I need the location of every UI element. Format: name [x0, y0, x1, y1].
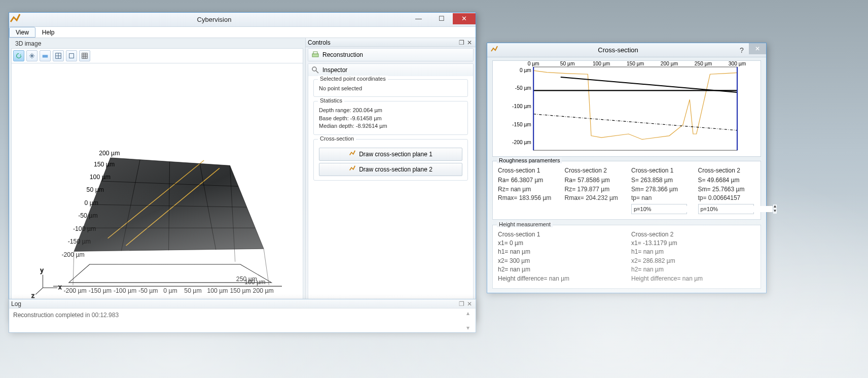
- chart-icon: [487, 45, 501, 55]
- svg-text:150 µm: 150 µm: [230, 287, 251, 294]
- log-close-button[interactable]: ✕: [465, 300, 474, 307]
- acc-inspector: Inspector Selected point coordinates No …: [308, 63, 474, 304]
- log-float-button[interactable]: ❐: [457, 300, 465, 307]
- svg-text:150 µm: 150 µm: [94, 161, 115, 168]
- svg-text:50 µm: 50 µm: [184, 287, 201, 294]
- help-button[interactable]: ?: [735, 45, 749, 55]
- log-body[interactable]: Reconstruction completed in 00:12.983 ▴▾: [9, 308, 476, 332]
- p-input-2[interactable]: [699, 206, 773, 212]
- group-cross-section: Cross-section Draw cross-section plane 1: [313, 139, 468, 181]
- log-title: Log: [11, 300, 21, 307]
- svg-text:-50 µm: -50 µm: [78, 212, 97, 219]
- svg-text:-100 µm: -100 µm: [512, 104, 531, 109]
- log-dock-header[interactable]: Log ❐ ✕: [9, 299, 476, 308]
- cs-window-title: Cross-section: [501, 46, 735, 54]
- svg-text:100 µm: 100 µm: [244, 279, 265, 286]
- svg-text:200 µm: 200 µm: [253, 287, 274, 294]
- draw-plane-1-button[interactable]: Draw cross-section plane 1: [319, 148, 462, 161]
- reconstruction-icon: [311, 51, 319, 59]
- svg-rect-48: [312, 54, 318, 57]
- svg-text:-200 µm: -200 µm: [64, 287, 87, 294]
- menubar: View Help: [9, 27, 476, 38]
- svg-rect-54: [533, 67, 737, 150]
- svg-text:50 µm: 50 µm: [87, 186, 104, 193]
- acc-inspector-label: Inspector: [322, 66, 347, 74]
- selected-point-value: No point selected: [319, 85, 462, 92]
- svg-rect-0: [43, 55, 48, 57]
- svg-text:x: x: [58, 284, 62, 291]
- svg-text:300 µm: 300 µm: [729, 61, 746, 66]
- menu-help[interactable]: Help: [35, 27, 61, 38]
- menu-view[interactable]: View: [9, 27, 35, 38]
- log-dock: Log ❐ ✕ Reconstruction completed in 00:1…: [9, 299, 476, 333]
- bounds-tool[interactable]: [66, 50, 77, 61]
- svg-line-26: [35, 288, 43, 294]
- window-title: Cybervision: [21, 16, 407, 23]
- dock-close-button[interactable]: ✕: [465, 39, 474, 46]
- svg-text:-200 µm: -200 µm: [512, 140, 531, 145]
- pan-tool[interactable]: [26, 50, 38, 61]
- cross-section-window: Cross-section ? ✕ 0 µm50 µm100 µm150 µm2…: [487, 43, 767, 293]
- draw-plane-2-button[interactable]: Draw cross-section plane 2: [319, 163, 462, 176]
- svg-text:100 µm: 100 µm: [90, 174, 111, 181]
- svg-text:0 µm: 0 µm: [528, 61, 539, 66]
- minimize-button[interactable]: —: [407, 13, 430, 24]
- height-measurement: Height measurement Cross-section 1 x1= 0…: [492, 225, 761, 289]
- log-scrollbar[interactable]: ▴▾: [466, 310, 474, 331]
- svg-text:-100 µm: -100 µm: [114, 287, 136, 294]
- surface-tool[interactable]: [40, 50, 51, 61]
- svg-text:-150 µm: -150 µm: [68, 238, 91, 245]
- svg-point-50: [312, 67, 316, 71]
- toolbar-3d: [11, 48, 303, 63]
- p-input-1[interactable]: [632, 206, 706, 212]
- svg-text:-150 µm: -150 µm: [89, 287, 112, 294]
- spin-down-icon[interactable]: ▼: [773, 209, 777, 214]
- p-spinner-1[interactable]: ▲▼: [631, 204, 687, 214]
- controls-dock-title: Controls: [308, 39, 331, 46]
- svg-text:200 µm: 200 µm: [661, 61, 678, 66]
- svg-line-51: [316, 71, 318, 73]
- group-selected-point: Selected point coordinates No point sele…: [313, 79, 468, 97]
- svg-text:0 µm: 0 µm: [520, 67, 531, 73]
- view-3d[interactable]: y x z 200 µm 150 µm 100 µm 50 µm 0 µm -5…: [11, 63, 303, 320]
- dock-float-button[interactable]: ❐: [457, 39, 465, 46]
- wireframe-tool[interactable]: [53, 50, 64, 61]
- p-spinner-2[interactable]: ▲▼: [698, 204, 754, 214]
- svg-text:50 µm: 50 µm: [560, 61, 575, 66]
- svg-text:-100 µm: -100 µm: [73, 225, 96, 232]
- svg-text:-200 µm: -200 µm: [61, 251, 84, 258]
- close-button[interactable]: ✕: [453, 13, 476, 24]
- svg-text:150 µm: 150 µm: [627, 61, 644, 66]
- cs-close-button[interactable]: ✕: [749, 43, 766, 54]
- group-statistics: Statistics Depth range: 200.064 µm Base …: [313, 101, 468, 134]
- chart-icon: [349, 165, 356, 174]
- svg-text:100 µm: 100 µm: [593, 61, 610, 66]
- rotate-tool[interactable]: [13, 50, 24, 61]
- magnifier-icon: [311, 66, 319, 74]
- svg-text:-50 µm: -50 µm: [138, 287, 158, 294]
- roughness-params: Roughness paramenters Cross-section 1 Ra…: [492, 161, 761, 220]
- main-window: Cybervision — ☐ ✕ View Help 3D image: [9, 12, 476, 321]
- cross-section-chart[interactable]: 0 µm50 µm100 µm150 µm200 µm250 µm300 µm0…: [492, 60, 761, 157]
- acc-reconstruction-label: Reconstruction: [322, 51, 363, 58]
- acc-reconstruction[interactable]: Reconstruction: [308, 48, 474, 61]
- svg-text:-150 µm: -150 µm: [512, 122, 531, 127]
- svg-text:y: y: [40, 267, 44, 274]
- acc-inspector-head[interactable]: Inspector: [308, 64, 473, 76]
- svg-text:z: z: [31, 292, 34, 299]
- controls-dock: Controls ❐ ✕ Reconstruction: [305, 38, 476, 320]
- svg-text:200 µm: 200 µm: [99, 150, 120, 157]
- chart-icon: [349, 150, 356, 158]
- app-icon: [9, 13, 21, 26]
- controls-dock-header[interactable]: Controls ❐ ✕: [306, 38, 476, 47]
- grid-tool[interactable]: [79, 50, 90, 61]
- cs-titlebar[interactable]: Cross-section ? ✕: [487, 43, 766, 57]
- svg-rect-3: [82, 53, 88, 59]
- view3d-tab[interactable]: 3D image: [11, 40, 303, 48]
- svg-text:0 µm: 0 µm: [163, 287, 177, 294]
- svg-rect-49: [313, 52, 317, 54]
- svg-text:-50 µm: -50 µm: [515, 85, 531, 91]
- left-panel: 3D image: [9, 38, 305, 320]
- titlebar[interactable]: Cybervision — ☐ ✕: [9, 13, 476, 27]
- maximize-button[interactable]: ☐: [430, 13, 453, 24]
